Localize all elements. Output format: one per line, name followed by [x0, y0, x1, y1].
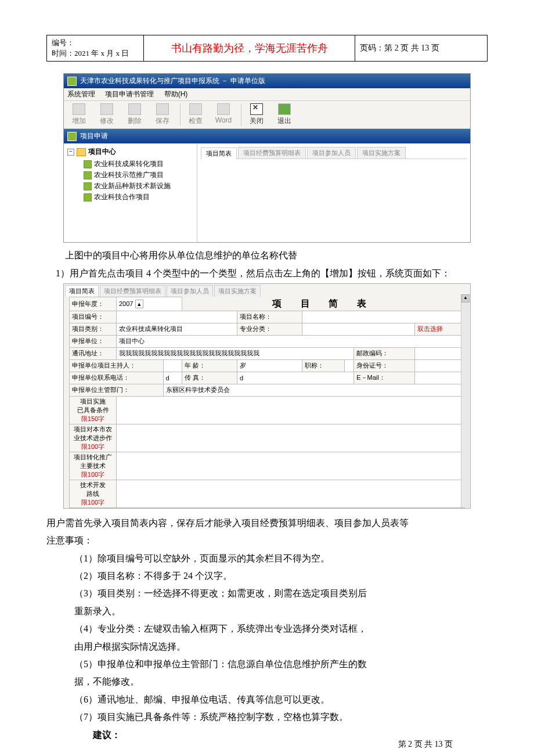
tree-root[interactable]: − 项目中心	[67, 147, 193, 157]
org-field[interactable]: 项目中心	[117, 335, 465, 347]
toolbar: 增加 修改 删除 保存 检查 Word 关闭 退出	[64, 101, 470, 129]
dblclick-hint: 双击选择	[414, 323, 464, 335]
tab-plan[interactable]: 项目实施方案	[214, 285, 261, 297]
menu-help[interactable]: 帮助(H)	[164, 90, 188, 98]
proj-type-field[interactable]: 农业科技成果转化项目	[117, 323, 237, 335]
addr-field[interactable]: 我我我我我我我我我我我我我我我我我我我我我我	[117, 347, 354, 359]
note-item-2: （2）项目名称：不得多于 24 个汉字。	[56, 567, 488, 585]
page-footer: 第 2 页 共 13 页	[398, 739, 453, 750]
proj-name-label: 项目名称：	[237, 311, 302, 323]
email-field[interactable]	[414, 372, 464, 384]
fax-field[interactable]: d	[237, 372, 354, 384]
screenshot-form: 项目简表 项目经费预算明细表 项目参加人员 项目实施方案 ▲ 申报年度： 200…	[63, 283, 471, 509]
para-notice: 注意事项：	[46, 532, 488, 549]
toolbar-word-button[interactable]: Word	[211, 103, 236, 126]
dept-field[interactable]: 东丽区科学技术委员会	[163, 384, 464, 396]
caption-1: 上图中的项目中心将用你从单位信息维护的单位名称代替	[46, 247, 488, 263]
tab-budget[interactable]: 项目经费预算明细表	[238, 147, 306, 159]
toolbar-edit-button[interactable]: 修改	[94, 103, 120, 126]
sub-window-icon	[67, 132, 77, 141]
bigrow-field[interactable]	[117, 452, 465, 480]
vertical-scrollbar[interactable]: ▲	[461, 294, 470, 507]
bigrow-label: 项目实施 已具备条件 限150字	[70, 396, 117, 424]
tab-plan[interactable]: 项目实施方案	[357, 147, 406, 159]
tel-field[interactable]: d	[163, 372, 182, 384]
dept-label: 申报单位主管部门：	[70, 384, 164, 396]
major-field[interactable]	[302, 323, 414, 335]
bigrow-label: 技术开发 路线 限100字	[70, 480, 117, 507]
toolbar-add-button[interactable]: 增加	[66, 103, 92, 126]
tree-collapse-icon[interactable]: −	[67, 149, 74, 156]
spinner-icon[interactable]: ▴	[135, 300, 143, 308]
scroll-up-icon[interactable]: ▲	[461, 294, 470, 303]
bigrow-field[interactable]	[117, 480, 465, 507]
toolbar-divider	[180, 103, 181, 126]
age-field[interactable]: 岁	[237, 359, 302, 372]
tab-members[interactable]: 项目参加人员	[167, 285, 213, 297]
tree-pane: − 项目中心 农业科技成果转化项目 农业科技示范推广项目 农业新品种新技术新设施…	[64, 143, 197, 242]
tab-summary[interactable]: 项目简表	[201, 147, 237, 159]
save-icon	[156, 103, 169, 115]
caption-2: 1）用户首先点击项目 4 个类型中的一个类型，然后点击左上角的【增加】按钮，系统…	[46, 265, 488, 281]
title-label: 职称：	[302, 359, 344, 372]
tab-members[interactable]: 项目参加人员	[307, 147, 356, 159]
leader-field[interactable]	[163, 359, 182, 372]
proj-id-field[interactable]	[117, 311, 237, 323]
tree-root-label: 项目中心	[88, 147, 116, 157]
toolbar-close-button[interactable]: 关闭	[244, 103, 269, 126]
toolbar-save-button[interactable]: 保存	[150, 103, 175, 126]
bigrow-label: 项目转化推广 主要技术 限100字	[70, 452, 117, 480]
leaf-icon	[84, 182, 92, 190]
org-label: 申报单位：	[70, 335, 117, 347]
tab-budget[interactable]: 项目经费预算明细表	[100, 285, 165, 297]
add-icon	[73, 103, 85, 115]
bigrow-field[interactable]	[117, 396, 465, 424]
window-title: 天津市农业科技成果转化与推广项目申报系统 － 申请单位版	[80, 76, 265, 86]
edit-icon	[100, 103, 113, 115]
toolbar-delete-button[interactable]: 删除	[122, 103, 147, 126]
page-header: 编号： 时间：2021 年 x 月 x 日 书山有路勤为径，学海无涯苦作舟 页码…	[46, 35, 488, 62]
proj-id-label: 项目编号：	[70, 311, 117, 323]
toolbar-exit-button[interactable]: 退出	[272, 103, 297, 126]
tree-item[interactable]: 农业科技合作项目	[84, 192, 193, 202]
doc-time-label: 时间：2021 年 x 月 x 日	[52, 48, 139, 59]
year-field[interactable]: 2007 ▴	[117, 297, 182, 311]
leaf-icon	[84, 171, 92, 179]
proj-name-field[interactable]	[302, 311, 464, 323]
zip-field[interactable]	[414, 347, 464, 359]
check-icon	[189, 103, 202, 115]
form-title: 项 目 简 表	[182, 297, 464, 311]
title-field[interactable]	[345, 359, 354, 372]
sub-window-titlebar: 项目申请	[64, 129, 470, 143]
header-motto: 书山有路勤为径，学海无涯苦作舟	[143, 35, 355, 62]
note-item-3b: 重新录入。	[46, 603, 488, 620]
menu-application[interactable]: 项目申请书管理	[105, 90, 154, 98]
sub-window-title: 项目申请	[80, 131, 108, 141]
tree-item[interactable]: 农业科技示范推广项目	[84, 170, 193, 180]
tree-item[interactable]: 农业新品种新技术新设施	[84, 181, 193, 191]
leaf-icon	[84, 160, 92, 168]
major-label: 专业分类：	[237, 323, 302, 335]
tree-item[interactable]: 农业科技成果转化项目	[84, 159, 193, 169]
header-page-label: 页码：第 2 页 共 13 页	[355, 35, 488, 62]
toolbar-divider	[241, 103, 241, 126]
toolbar-check-button[interactable]: 检查	[183, 103, 208, 126]
note-item-3a: （3）项目类别：一经选择不得更改；如需更改，则需在选定项目类别后	[56, 585, 488, 602]
leaf-icon	[84, 193, 92, 201]
note-item-5b: 据，不能修改。	[46, 673, 488, 690]
window-titlebar: 天津市农业科技成果转化与推广项目申报系统 － 申请单位版	[64, 74, 470, 88]
age-label: 年 龄：	[182, 359, 237, 372]
year-label: 申报年度：	[70, 297, 117, 311]
folder-icon	[77, 148, 86, 156]
bigrow-field[interactable]	[117, 424, 465, 452]
note-item-4b: 由用户根据实际情况选择。	[46, 638, 488, 656]
word-icon	[217, 103, 230, 115]
zip-label: 邮政编码：	[354, 347, 414, 359]
exit-icon	[278, 103, 291, 115]
note-item-1: （1）除项目编号可以空缺外，页面显示的其余栏目不得为空。	[56, 550, 488, 567]
idcard-label: 身份证号：	[354, 359, 414, 372]
idcard-field[interactable]	[414, 359, 464, 372]
para-intro: 用户需首先录入项目简表内容，保存后才能录入项目经费预算明细表、项目参加人员表等	[46, 514, 488, 532]
menu-system[interactable]: 系统管理	[67, 90, 95, 98]
tab-summary[interactable]: 项目简表	[65, 285, 99, 297]
